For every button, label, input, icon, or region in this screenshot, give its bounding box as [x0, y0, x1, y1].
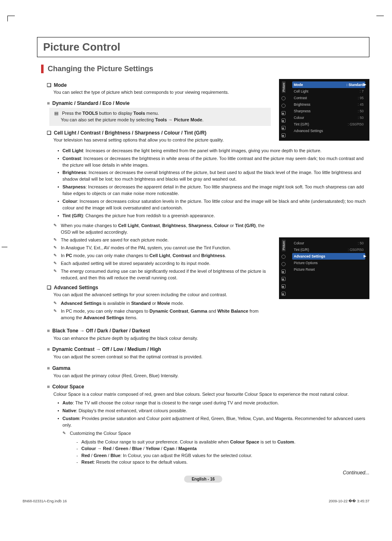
osd-label: Colour — [294, 241, 304, 245]
osd-row: Picture Reset — [292, 266, 365, 273]
osd-label: Sharpness — [294, 109, 311, 113]
osd-icon — [281, 277, 286, 281]
main-title: Picture Control — [43, 41, 363, 53]
t: : Increases or decreases colour saturati… — [62, 199, 366, 210]
t: / — [107, 453, 111, 458]
t: Sharpness — [189, 223, 212, 228]
continued: Continued... — [343, 470, 369, 476]
osd-label: Picture Options — [294, 261, 318, 265]
t: In PC mode, you can only make changes to — [61, 309, 150, 313]
osd-icon — [281, 111, 286, 115]
blacktone-heading: Black Tone → Off / Dark / Darker / Darke… — [47, 328, 369, 334]
list-item: Contrast: Increases or decreases the bri… — [58, 156, 369, 169]
mode-options: Dynamic / Standard / Eco / Movie — [47, 100, 271, 106]
blacktone-body: You can enhance the picture depth by adj… — [53, 335, 369, 341]
mode-intro: You can select the type of picture which… — [53, 89, 271, 95]
t: Brightness — [201, 253, 225, 258]
t: : Resets the colour space to the default… — [94, 460, 188, 464]
t: and — [191, 253, 201, 258]
osd-label: Advanced Settings — [294, 129, 323, 133]
section-title: Changing the Picture Settings — [41, 65, 369, 73]
t: / — [142, 446, 145, 451]
t: In — [61, 253, 66, 258]
t: PC — [66, 253, 72, 258]
advanced-notes: Advanced Settings is available in Standa… — [53, 300, 271, 321]
t: Gamma — [191, 309, 207, 313]
t: is set to — [259, 439, 277, 444]
t: Brightness — [162, 223, 186, 228]
osd-row: Advanced Settings — [292, 128, 365, 134]
note: The energy consumed during use can be si… — [53, 268, 271, 281]
osd-row: Colour: 50 — [292, 240, 365, 246]
osd-value: : G50/R50 — [348, 248, 364, 252]
t: Tint (G/R) — [62, 213, 83, 218]
t: / — [160, 446, 164, 451]
list-item: Native: Display's the most enhanced, vib… — [58, 408, 369, 414]
osd-label: Picture Reset — [294, 267, 315, 272]
t: Blue — [132, 446, 142, 451]
t: Sharpness — [62, 184, 85, 189]
osd-icon — [281, 269, 286, 274]
osd-label: Tint (G/R) — [294, 248, 309, 252]
t: / — [175, 446, 178, 451]
settings-list: Cell Light: Increases or decreases the l… — [58, 148, 369, 219]
note: Customizing the Colour Space — [62, 430, 369, 437]
cspace-intro: Colour Space is a colour matrix composed… — [53, 391, 369, 397]
gamma-body: You can adjust the primary colour (Red, … — [53, 373, 369, 379]
osd-value: : 50 — [358, 116, 364, 120]
osd-icon — [281, 255, 286, 259]
print-footer: BN68-02331A-Eng.indb 16 2009-10-22 �� 3:… — [0, 495, 392, 511]
advanced-intro: You can adjust the advanced settings for… — [53, 292, 271, 298]
t: . — [225, 253, 226, 258]
t: Cell Light — [118, 223, 138, 228]
t: When you make changes to — [61, 223, 118, 228]
osd-row: Cell Light: 7 — [292, 88, 365, 95]
osd-row: Sharpness: 50 — [292, 108, 365, 114]
t: Brightness — [62, 170, 86, 175]
t: Cell Light — [62, 148, 83, 153]
osd-value: : Standard — [346, 83, 364, 87]
osd-side-label: Picture — [282, 240, 286, 251]
osd-label: Mode — [294, 83, 303, 87]
t: TOOLS — [83, 111, 98, 116]
main-title-box: Picture Control — [37, 37, 369, 57]
t: Movie — [157, 301, 170, 306]
t: or — [151, 301, 157, 306]
t: Cyan — [164, 446, 175, 451]
settings-notes: When you make changes to Cell Light, Con… — [53, 223, 271, 281]
osd-label: Tint (G/R) — [294, 122, 309, 126]
osd-icon — [281, 118, 286, 123]
custom-notes: Customizing the Colour Space — [62, 430, 369, 437]
osd-row: Picture Options — [292, 260, 365, 266]
t: Press the — [62, 111, 83, 116]
t: Advanced Settings — [61, 301, 101, 306]
t: items. — [124, 315, 137, 320]
osd-panel-2: Picture Colour: 50Tint (G/R): G50/R50Adv… — [279, 237, 369, 299]
t: Cell Light — [150, 253, 170, 258]
t: Colour Space — [230, 439, 259, 444]
list-item: Colour → Red / Green / Blue / Yellow / C… — [76, 445, 369, 452]
osd-label: Colour — [294, 116, 304, 120]
note: In Analogue TV, Ext., AV modes of the PA… — [53, 245, 271, 251]
settings-intro: Your television has several setting opti… — [53, 137, 271, 143]
t: Advanced Settings — [83, 315, 124, 320]
osd-value: : 50 — [358, 241, 364, 245]
t: or — [228, 223, 235, 228]
t: Tools → Picture Mode — [155, 117, 203, 122]
osd-row: Mode: Standard — [292, 81, 365, 88]
osd-icon — [281, 133, 286, 137]
osd-value: : 45 — [358, 102, 364, 107]
t: Custom — [62, 416, 79, 421]
t: mode. — [170, 301, 184, 306]
list-item: Custom: Provides precise saturation and … — [58, 416, 369, 466]
osd-label: Contrast — [294, 96, 307, 100]
t: Reset — [81, 460, 94, 464]
settings-heading: Cell Light / Contrast / Brightness / Sha… — [47, 130, 271, 136]
tools-icon — [54, 111, 61, 116]
t: : Increases or decreases the overall bri… — [62, 170, 361, 181]
osd-value: : 7 — [360, 89, 364, 93]
list-item: Red / Green / Blue: In Colour, you can a… — [76, 452, 369, 459]
t: Auto — [62, 400, 73, 405]
t: You can also set the picture mode by sel… — [61, 117, 155, 122]
osd-label: Advanced Settings — [294, 254, 325, 258]
